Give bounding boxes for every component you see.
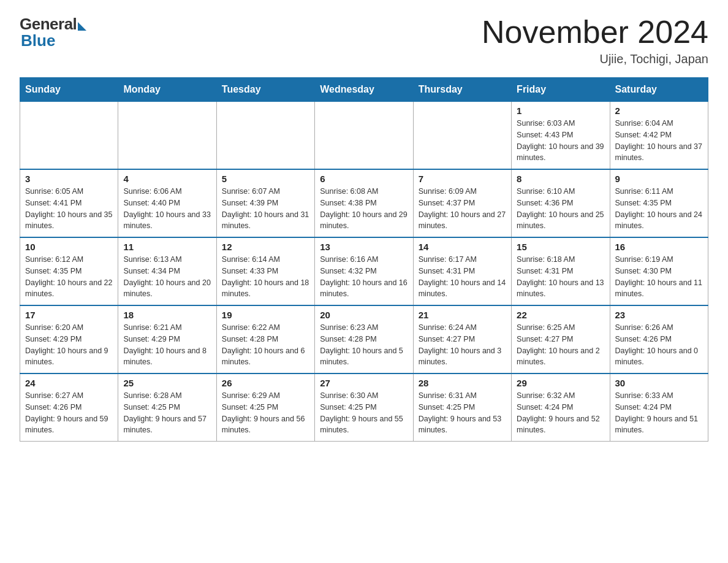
logo-blue-text: Blue (21, 31, 55, 50)
day-number: 25 (123, 378, 211, 388)
weekday-header-tuesday: Tuesday (216, 78, 314, 102)
day-info: Sunrise: 6:03 AMSunset: 4:43 PMDaylight:… (517, 118, 604, 164)
day-number: 23 (615, 310, 703, 320)
day-info: Sunrise: 6:24 AMSunset: 4:27 PMDaylight:… (419, 322, 506, 368)
day-number: 30 (615, 378, 703, 388)
calendar-cell: 21Sunrise: 6:24 AMSunset: 4:27 PMDayligh… (413, 305, 511, 373)
day-info: Sunrise: 6:07 AMSunset: 4:39 PMDaylight:… (222, 186, 309, 232)
calendar-cell: 23Sunrise: 6:26 AMSunset: 4:26 PMDayligh… (610, 305, 708, 373)
day-number: 4 (123, 174, 211, 184)
day-info: Sunrise: 6:30 AMSunset: 4:25 PMDaylight:… (320, 390, 408, 436)
day-info: Sunrise: 6:25 AMSunset: 4:27 PMDaylight:… (517, 322, 604, 368)
calendar-cell: 19Sunrise: 6:22 AMSunset: 4:28 PMDayligh… (216, 305, 314, 373)
calendar-cell: 3Sunrise: 6:05 AMSunset: 4:41 PMDaylight… (20, 169, 118, 237)
calendar-cell: 4Sunrise: 6:06 AMSunset: 4:40 PMDaylight… (118, 169, 216, 237)
day-number: 16 (615, 242, 703, 252)
day-info: Sunrise: 6:28 AMSunset: 4:25 PMDaylight:… (123, 390, 211, 436)
day-info: Sunrise: 6:29 AMSunset: 4:25 PMDaylight:… (222, 390, 309, 436)
day-number: 26 (222, 378, 309, 388)
day-info: Sunrise: 6:14 AMSunset: 4:33 PMDaylight:… (222, 254, 309, 300)
calendar-cell: 8Sunrise: 6:10 AMSunset: 4:36 PMDaylight… (512, 169, 610, 237)
calendar-cell: 24Sunrise: 6:27 AMSunset: 4:26 PMDayligh… (20, 373, 118, 442)
calendar-week-row: 1Sunrise: 6:03 AMSunset: 4:43 PMDaylight… (20, 102, 708, 170)
day-number: 14 (419, 242, 506, 252)
day-number: 18 (123, 310, 211, 320)
day-info: Sunrise: 6:06 AMSunset: 4:40 PMDaylight:… (123, 186, 211, 232)
calendar-cell (118, 102, 216, 170)
day-info: Sunrise: 6:23 AMSunset: 4:28 PMDaylight:… (320, 322, 408, 368)
day-info: Sunrise: 6:09 AMSunset: 4:37 PMDaylight:… (419, 186, 506, 232)
calendar-cell: 2Sunrise: 6:04 AMSunset: 4:42 PMDaylight… (610, 102, 708, 170)
day-info: Sunrise: 6:19 AMSunset: 4:30 PMDaylight:… (615, 254, 703, 300)
calendar-table: SundayMondayTuesdayWednesdayThursdayFrid… (20, 77, 708, 442)
day-info: Sunrise: 6:10 AMSunset: 4:36 PMDaylight:… (517, 186, 604, 232)
day-info: Sunrise: 6:17 AMSunset: 4:31 PMDaylight:… (419, 254, 506, 300)
day-info: Sunrise: 6:32 AMSunset: 4:24 PMDaylight:… (517, 390, 604, 436)
day-number: 2 (615, 105, 703, 116)
day-info: Sunrise: 6:21 AMSunset: 4:29 PMDaylight:… (123, 322, 211, 368)
day-info: Sunrise: 6:20 AMSunset: 4:29 PMDaylight:… (25, 322, 113, 368)
calendar-cell (315, 102, 413, 170)
calendar-week-row: 24Sunrise: 6:27 AMSunset: 4:26 PMDayligh… (20, 373, 708, 442)
calendar-cell: 14Sunrise: 6:17 AMSunset: 4:31 PMDayligh… (413, 237, 511, 305)
day-info: Sunrise: 6:16 AMSunset: 4:32 PMDaylight:… (320, 254, 408, 300)
day-info: Sunrise: 6:12 AMSunset: 4:35 PMDaylight:… (25, 254, 113, 300)
calendar-cell: 29Sunrise: 6:32 AMSunset: 4:24 PMDayligh… (512, 373, 610, 442)
day-number: 24 (25, 378, 113, 388)
day-number: 21 (419, 310, 506, 320)
day-number: 3 (25, 174, 113, 184)
day-info: Sunrise: 6:04 AMSunset: 4:42 PMDaylight:… (615, 118, 703, 164)
calendar-cell: 20Sunrise: 6:23 AMSunset: 4:28 PMDayligh… (315, 305, 413, 373)
day-info: Sunrise: 6:13 AMSunset: 4:34 PMDaylight:… (123, 254, 211, 300)
calendar-cell: 13Sunrise: 6:16 AMSunset: 4:32 PMDayligh… (315, 237, 413, 305)
calendar-cell: 5Sunrise: 6:07 AMSunset: 4:39 PMDaylight… (216, 169, 314, 237)
calendar-cell (413, 102, 511, 170)
weekday-header-friday: Friday (512, 78, 610, 102)
calendar-cell: 11Sunrise: 6:13 AMSunset: 4:34 PMDayligh… (118, 237, 216, 305)
calendar-cell: 1Sunrise: 6:03 AMSunset: 4:43 PMDaylight… (512, 102, 610, 170)
day-number: 28 (419, 378, 506, 388)
day-number: 20 (320, 310, 408, 320)
day-info: Sunrise: 6:31 AMSunset: 4:25 PMDaylight:… (419, 390, 506, 436)
day-number: 11 (123, 242, 211, 252)
calendar-cell: 16Sunrise: 6:19 AMSunset: 4:30 PMDayligh… (610, 237, 708, 305)
weekday-header-sunday: Sunday (20, 78, 118, 102)
calendar-cell (216, 102, 314, 170)
calendar-cell: 26Sunrise: 6:29 AMSunset: 4:25 PMDayligh… (216, 373, 314, 442)
day-info: Sunrise: 6:05 AMSunset: 4:41 PMDaylight:… (25, 186, 113, 232)
calendar-cell: 12Sunrise: 6:14 AMSunset: 4:33 PMDayligh… (216, 237, 314, 305)
calendar-cell: 15Sunrise: 6:18 AMSunset: 4:31 PMDayligh… (512, 237, 610, 305)
day-number: 10 (25, 242, 113, 252)
calendar-cell: 7Sunrise: 6:09 AMSunset: 4:37 PMDaylight… (413, 169, 511, 237)
calendar-cell (20, 102, 118, 170)
day-number: 13 (320, 242, 408, 252)
calendar-location: Ujiie, Tochigi, Japan (482, 52, 708, 66)
day-info: Sunrise: 6:18 AMSunset: 4:31 PMDaylight:… (517, 254, 604, 300)
calendar-cell: 25Sunrise: 6:28 AMSunset: 4:25 PMDayligh… (118, 373, 216, 442)
day-info: Sunrise: 6:26 AMSunset: 4:26 PMDaylight:… (615, 322, 703, 368)
weekday-header-row: SundayMondayTuesdayWednesdayThursdayFrid… (20, 78, 708, 102)
day-number: 8 (517, 174, 604, 184)
day-info: Sunrise: 6:08 AMSunset: 4:38 PMDaylight:… (320, 186, 408, 232)
day-number: 15 (517, 242, 604, 252)
logo-triangle-icon (78, 22, 86, 31)
calendar-cell: 27Sunrise: 6:30 AMSunset: 4:25 PMDayligh… (315, 373, 413, 442)
title-block: November 2024 Ujiie, Tochigi, Japan (482, 15, 708, 66)
day-info: Sunrise: 6:22 AMSunset: 4:28 PMDaylight:… (222, 322, 309, 368)
day-info: Sunrise: 6:33 AMSunset: 4:24 PMDaylight:… (615, 390, 703, 436)
calendar-cell: 30Sunrise: 6:33 AMSunset: 4:24 PMDayligh… (610, 373, 708, 442)
day-number: 1 (517, 105, 604, 116)
weekday-header-wednesday: Wednesday (315, 78, 413, 102)
day-number: 27 (320, 378, 408, 388)
day-number: 9 (615, 174, 703, 184)
day-number: 5 (222, 174, 309, 184)
day-number: 7 (419, 174, 506, 184)
day-number: 22 (517, 310, 604, 320)
day-number: 6 (320, 174, 408, 184)
weekday-header-saturday: Saturday (610, 78, 708, 102)
logo: General Blue (20, 15, 86, 50)
weekday-header-thursday: Thursday (413, 78, 511, 102)
calendar-week-row: 3Sunrise: 6:05 AMSunset: 4:41 PMDaylight… (20, 169, 708, 237)
day-number: 12 (222, 242, 309, 252)
calendar-week-row: 17Sunrise: 6:20 AMSunset: 4:29 PMDayligh… (20, 305, 708, 373)
